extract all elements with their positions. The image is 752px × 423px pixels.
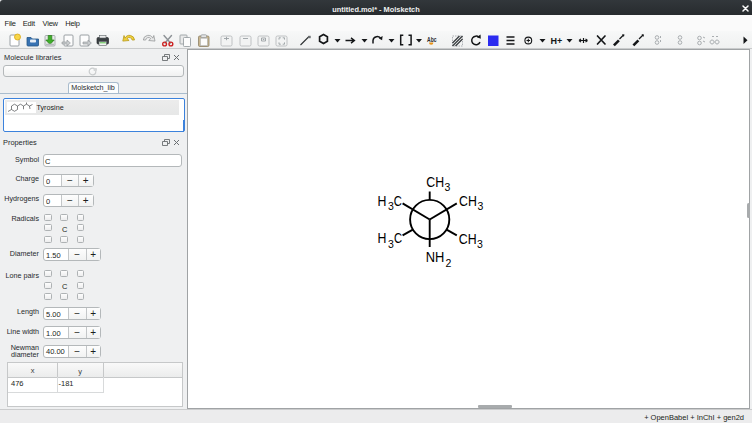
svg-text:Abc: Abc: [427, 35, 437, 44]
svg-text:H: H: [377, 193, 386, 209]
svg-text:CH: CH: [459, 193, 477, 209]
svg-text:H+: H+: [551, 36, 563, 46]
svg-text:2: 2: [446, 257, 452, 269]
svg-text:3: 3: [478, 200, 484, 212]
svg-text:3: 3: [477, 238, 483, 250]
svg-text:C: C: [394, 193, 402, 209]
svg-text:3: 3: [444, 181, 450, 193]
svg-text:H: H: [377, 230, 386, 246]
svg-text:CH: CH: [459, 231, 477, 247]
svg-text:CH: CH: [426, 174, 444, 190]
svg-text:C: C: [394, 230, 402, 246]
svg-text:NH: NH: [426, 249, 445, 265]
